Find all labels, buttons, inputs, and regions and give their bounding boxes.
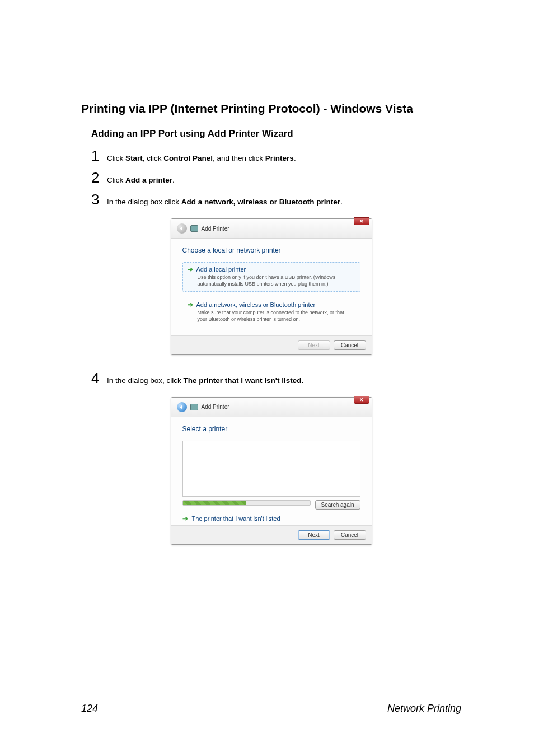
link-label: The printer that I want isn't listed [192, 515, 280, 522]
dialog-heading: Choose a local or network printer [182, 246, 360, 254]
search-again-button[interactable]: Search again [315, 500, 360, 510]
t: , and then click [213, 154, 265, 162]
step-number: 1 [91, 145, 101, 167]
t: Control Panel [163, 154, 213, 162]
step-2: 2 Click Add a printer. [91, 167, 461, 189]
step-4: 4 In the dialog box, click The printer t… [91, 367, 461, 389]
progress-fill [183, 501, 247, 505]
footer-section: Network Printing [387, 703, 461, 715]
t: The printer that I want isn't listed [184, 376, 302, 385]
cancel-button[interactable]: Cancel [334, 340, 366, 350]
t: , click [143, 154, 164, 162]
t: In the dialog box, click [107, 376, 184, 385]
t: In the dialog box click [107, 198, 181, 206]
t: . [172, 176, 175, 184]
back-icon[interactable] [177, 402, 187, 412]
arrow-icon: ➔ [188, 266, 193, 273]
step-1: 1 Click Start, click Control Panel, and … [91, 145, 461, 167]
close-icon[interactable]: ✕ [354, 396, 369, 404]
step-number: 3 [91, 189, 101, 211]
step-list-cont: 4 In the dialog box, click The printer t… [91, 367, 461, 389]
t: . [294, 154, 296, 162]
add-printer-dialog-select: ✕ Add Printer Select a printer Search ag… [171, 397, 372, 545]
option-title: Add a local printer [196, 266, 246, 273]
next-button[interactable]: Next [298, 340, 330, 350]
close-icon[interactable]: ✕ [354, 217, 369, 225]
option-description: Make sure that your computer is connecte… [198, 309, 355, 323]
printer-list[interactable] [182, 441, 360, 497]
option-add-network-printer[interactable]: ➔ Add a network, wireless or Bluetooth p… [182, 297, 360, 326]
option-add-local-printer[interactable]: ➔ Add a local printer Use this option on… [182, 262, 360, 291]
step-number: 4 [91, 367, 101, 389]
printer-icon [190, 225, 198, 232]
dialog-footer: Next Cancel [171, 335, 372, 354]
step-text: Click Start, click Control Panel, and th… [107, 149, 296, 164]
step-text: Click Add a printer. [107, 171, 175, 186]
add-printer-dialog-choose: ✕ Add Printer Choose a local or network … [171, 218, 372, 355]
step-number: 2 [91, 167, 101, 189]
printer-icon [190, 404, 198, 410]
t: Start [125, 154, 143, 162]
dialog-title: Add Printer [202, 404, 229, 410]
dialog-heading: Select a printer [182, 425, 360, 433]
dialog-body: Choose a local or network printer ➔ Add … [171, 239, 372, 335]
t: Click [107, 154, 125, 162]
t: Click [107, 176, 125, 184]
next-button[interactable]: Next [298, 530, 330, 540]
option-title: Add a network, wireless or Bluetooth pri… [196, 301, 316, 308]
t: Add a printer [125, 176, 172, 184]
dialog-footer: Next Cancel [171, 525, 372, 544]
step-text: In the dialog box, click The printer tha… [107, 371, 303, 386]
t: Printers [265, 154, 294, 162]
back-icon[interactable] [177, 223, 187, 234]
dialog-header: Add Printer [171, 219, 372, 239]
page-number: 124 [81, 703, 98, 715]
option-printer-not-listed[interactable]: ➔ The printer that I want isn't listed [182, 515, 360, 522]
dialog-body: Select a printer Search again ➔ The prin… [171, 417, 372, 525]
step-text: In the dialog box click Add a network, w… [107, 193, 343, 208]
subsection-title: Adding an IPP Port using Add Printer Wiz… [91, 128, 461, 139]
option-description: Use this option only if you don't have a… [198, 274, 355, 287]
dialog-header: Add Printer [171, 398, 372, 417]
progress-bar [182, 500, 311, 506]
section-title: Printing via IPP (Internet Printing Prot… [81, 101, 461, 116]
t: . [302, 376, 304, 385]
search-row: Search again [182, 500, 360, 510]
t: Add a network, wireless or Bluetooth pri… [181, 198, 340, 206]
dialog-title: Add Printer [202, 226, 229, 232]
step-3: 3 In the dialog box click Add a network,… [91, 189, 461, 211]
arrow-icon: ➔ [182, 515, 188, 522]
document-page: Printing via IPP (Internet Printing Prot… [0, 0, 534, 756]
t: . [340, 198, 343, 206]
cancel-button[interactable]: Cancel [334, 530, 366, 540]
step-list: 1 Click Start, click Control Panel, and … [91, 145, 461, 211]
page-footer: 124 Network Printing [81, 699, 461, 715]
arrow-icon: ➔ [188, 301, 193, 308]
